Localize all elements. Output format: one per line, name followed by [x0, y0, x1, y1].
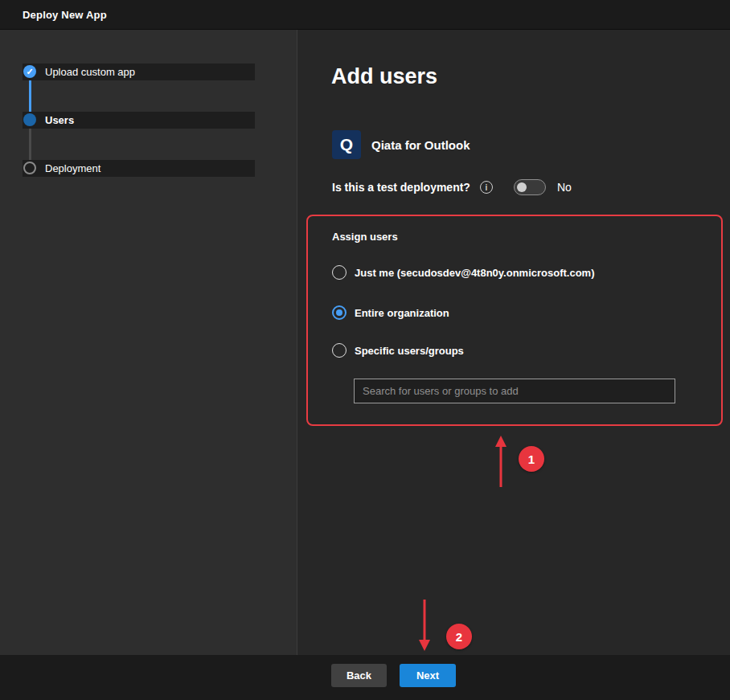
info-icon[interactable]: i — [480, 181, 493, 194]
stepper-connector-todo — [29, 128, 31, 162]
radio-option-specific-users-groups[interactable]: Specific users/groups — [332, 343, 464, 358]
user-group-search-input[interactable] — [354, 379, 675, 403]
app-name: Qiata for Outlook — [371, 138, 470, 152]
qiata-app-icon: Q — [332, 130, 361, 159]
toggle-value-label: No — [557, 181, 572, 194]
test-deployment-toggle[interactable] — [514, 179, 546, 195]
main-content: Add users Q Qiata for Outlook Is this a … — [298, 30, 730, 655]
toggle-knob — [517, 182, 527, 192]
app-row: Q Qiata for Outlook — [332, 130, 470, 159]
deploy-new-app-window: Deploy New App Upload custom app ✓ Users… — [0, 0, 730, 700]
page-title: Add users — [331, 64, 437, 89]
radio-unselected-icon[interactable] — [332, 265, 347, 280]
back-button[interactable]: Back — [331, 664, 387, 687]
step-upcoming-circle-icon — [23, 162, 36, 174]
radio-label: Just me (secudosdev@4t8n0y.onmicrosoft.c… — [355, 267, 595, 279]
radio-option-just-me[interactable]: Just me (secudosdev@4t8n0y.onmicrosoft.c… — [332, 265, 595, 280]
radio-unselected-icon[interactable] — [332, 343, 347, 358]
annotation-badge-1: 1 — [519, 446, 544, 472]
step-current-circle-icon — [23, 113, 36, 126]
radio-label: Entire organization — [355, 307, 449, 319]
stepper-step-users: Users — [23, 112, 255, 129]
radio-selected-icon[interactable] — [332, 305, 347, 320]
next-button[interactable]: Next — [400, 664, 456, 687]
assign-users-label: Assign users — [332, 231, 398, 243]
stepper-connector-done — [29, 80, 31, 113]
annotation-badge-2: 2 — [446, 624, 472, 649]
test-deployment-question: Is this a test deployment? — [332, 181, 470, 194]
test-deployment-row: Is this a test deployment? i No — [332, 179, 572, 195]
step-complete-check-icon: ✓ — [23, 65, 36, 78]
header: Deploy New App — [0, 0, 730, 30]
annotation-arrow-up-icon — [493, 434, 509, 490]
radio-option-entire-organization[interactable]: Entire organization — [332, 305, 449, 320]
footer-bar: Back Next — [0, 655, 730, 700]
step-label: Upload custom app — [23, 66, 135, 78]
stepper-step-deployment: Deployment — [23, 160, 255, 177]
annotation-arrow-down-icon — [416, 596, 433, 653]
stepper-panel: Upload custom app ✓ Users Deployment — [0, 30, 297, 655]
stepper-step-upload-custom-app: Upload custom app — [23, 63, 255, 80]
page-header-title: Deploy New App — [23, 9, 107, 21]
radio-label: Specific users/groups — [355, 345, 464, 357]
